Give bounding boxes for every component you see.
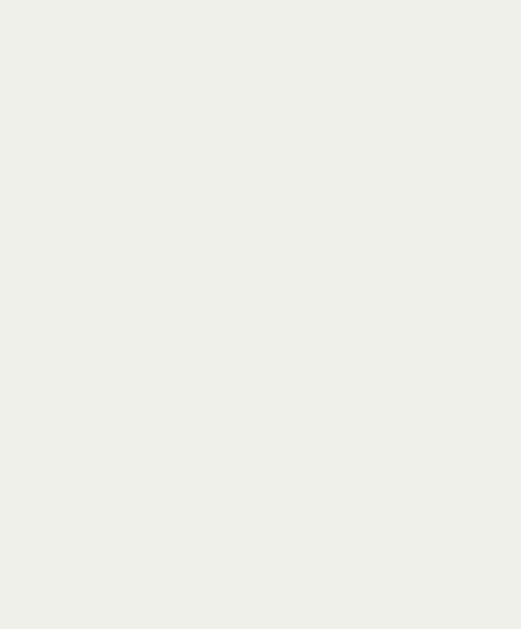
- flowchart: [0, 0, 521, 629]
